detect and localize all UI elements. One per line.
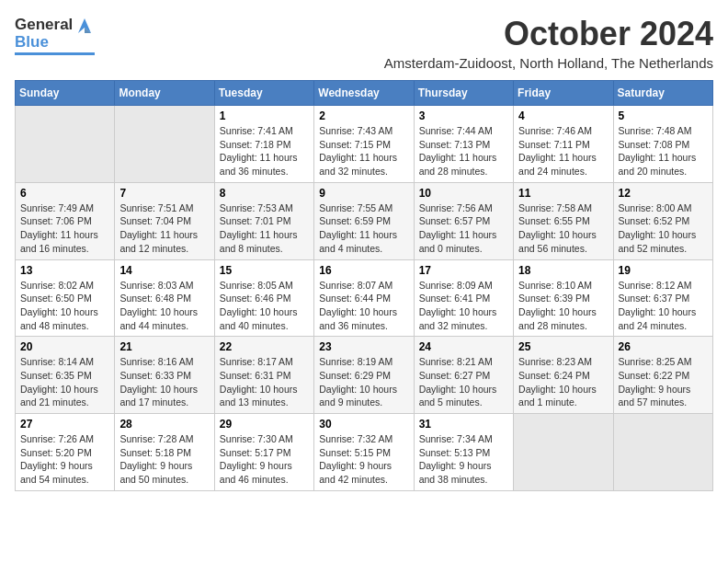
calendar-cell: 16Sunrise: 8:07 AM Sunset: 6:44 PM Dayli… (314, 259, 414, 337)
day-number: 24 (419, 340, 508, 353)
day-info: Sunrise: 8:05 AM Sunset: 6:46 PM Dayligh… (220, 279, 309, 333)
calendar-cell: 2Sunrise: 7:43 AM Sunset: 7:15 PM Daylig… (314, 106, 414, 183)
header-monday: Monday (115, 81, 214, 106)
day-number: 22 (220, 340, 309, 353)
header-sunday: Sunday (16, 81, 115, 106)
day-info: Sunrise: 7:34 AM Sunset: 5:13 PM Dayligh… (419, 432, 508, 487)
calendar-cell: 27Sunrise: 7:26 AM Sunset: 5:20 PM Dayli… (16, 414, 115, 491)
day-info: Sunrise: 8:12 AM Sunset: 6:37 PM Dayligh… (619, 279, 708, 333)
day-info: Sunrise: 8:14 AM Sunset: 6:35 PM Dayligh… (20, 355, 109, 409)
day-info: Sunrise: 7:51 AM Sunset: 7:04 PM Dayligh… (119, 201, 209, 256)
title-block: October 2024 Amsterdam-Zuidoost, North H… (384, 15, 713, 71)
day-info: Sunrise: 8:10 AM Sunset: 6:39 PM Dayligh… (518, 279, 608, 333)
calendar-cell: 25Sunrise: 8:23 AM Sunset: 6:24 PM Dayli… (514, 337, 613, 414)
calendar-cell: 23Sunrise: 8:19 AM Sunset: 6:29 PM Dayli… (314, 337, 414, 414)
day-info: Sunrise: 8:07 AM Sunset: 6:44 PM Dayligh… (319, 279, 408, 333)
calendar-cell: 22Sunrise: 8:17 AM Sunset: 6:31 PM Dayli… (214, 337, 313, 414)
day-info: Sunrise: 7:55 AM Sunset: 6:59 PM Dayligh… (319, 201, 408, 256)
day-info: Sunrise: 7:58 AM Sunset: 6:55 PM Dayligh… (518, 201, 608, 256)
calendar-cell: 10Sunrise: 7:56 AM Sunset: 6:57 PM Dayli… (414, 182, 513, 259)
day-info: Sunrise: 8:25 AM Sunset: 6:22 PM Dayligh… (619, 355, 708, 409)
day-number: 4 (518, 109, 608, 122)
day-number: 20 (20, 340, 109, 353)
calendar-week-1: 1Sunrise: 7:41 AM Sunset: 7:18 PM Daylig… (16, 106, 713, 183)
day-info: Sunrise: 8:21 AM Sunset: 6:27 PM Dayligh… (419, 355, 508, 409)
calendar-cell: 8Sunrise: 7:53 AM Sunset: 7:01 PM Daylig… (214, 182, 313, 259)
calendar-cell: 29Sunrise: 7:30 AM Sunset: 5:17 PM Dayli… (214, 414, 313, 491)
day-info: Sunrise: 7:32 AM Sunset: 5:15 PM Dayligh… (319, 432, 408, 487)
header-saturday: Saturday (613, 81, 712, 106)
day-info: Sunrise: 7:49 AM Sunset: 7:06 PM Dayligh… (20, 201, 109, 256)
day-info: Sunrise: 8:23 AM Sunset: 6:24 PM Dayligh… (518, 355, 608, 409)
day-info: Sunrise: 7:28 AM Sunset: 5:18 PM Dayligh… (119, 432, 209, 487)
calendar-cell: 3Sunrise: 7:44 AM Sunset: 7:13 PM Daylig… (414, 106, 513, 183)
day-number: 5 (619, 109, 708, 122)
calendar-cell (613, 414, 712, 491)
calendar-week-5: 27Sunrise: 7:26 AM Sunset: 5:20 PM Dayli… (16, 414, 713, 491)
calendar-cell: 6Sunrise: 7:49 AM Sunset: 7:06 PM Daylig… (16, 182, 115, 259)
day-number: 16 (319, 264, 408, 277)
calendar-cell (514, 414, 613, 491)
calendar-week-2: 6Sunrise: 7:49 AM Sunset: 7:06 PM Daylig… (16, 182, 713, 259)
day-info: Sunrise: 7:46 AM Sunset: 7:11 PM Dayligh… (518, 124, 608, 178)
day-number: 6 (20, 187, 109, 200)
day-number: 12 (619, 187, 708, 200)
calendar-cell: 9Sunrise: 7:55 AM Sunset: 6:59 PM Daylig… (314, 182, 414, 259)
day-info: Sunrise: 8:03 AM Sunset: 6:48 PM Dayligh… (119, 279, 209, 333)
calendar-cell: 18Sunrise: 8:10 AM Sunset: 6:39 PM Dayli… (514, 259, 613, 337)
day-info: Sunrise: 7:56 AM Sunset: 6:57 PM Dayligh… (419, 201, 508, 256)
logo: General Blue (15, 15, 95, 55)
calendar-cell: 28Sunrise: 7:28 AM Sunset: 5:18 PM Dayli… (115, 414, 214, 491)
logo-bird-icon (74, 15, 95, 35)
calendar-cell: 5Sunrise: 7:48 AM Sunset: 7:08 PM Daylig… (613, 106, 712, 183)
calendar-cell: 20Sunrise: 8:14 AM Sunset: 6:35 PM Dayli… (16, 337, 115, 414)
day-info: Sunrise: 7:53 AM Sunset: 7:01 PM Dayligh… (220, 201, 309, 256)
day-number: 21 (119, 340, 209, 353)
header-thursday: Thursday (414, 81, 513, 106)
day-number: 10 (419, 187, 508, 200)
calendar-cell: 24Sunrise: 8:21 AM Sunset: 6:27 PM Dayli… (414, 337, 513, 414)
day-number: 25 (518, 340, 608, 353)
day-info: Sunrise: 8:09 AM Sunset: 6:41 PM Dayligh… (419, 279, 508, 333)
calendar-cell: 19Sunrise: 8:12 AM Sunset: 6:37 PM Dayli… (613, 259, 712, 337)
day-number: 9 (319, 187, 408, 200)
calendar-cell: 14Sunrise: 8:03 AM Sunset: 6:48 PM Dayli… (115, 259, 214, 337)
day-info: Sunrise: 7:44 AM Sunset: 7:13 PM Dayligh… (419, 124, 508, 178)
day-info: Sunrise: 7:30 AM Sunset: 5:17 PM Dayligh… (220, 432, 309, 487)
day-number: 19 (619, 264, 708, 277)
calendar-cell: 17Sunrise: 8:09 AM Sunset: 6:41 PM Dayli… (414, 259, 513, 337)
calendar-week-3: 13Sunrise: 8:02 AM Sunset: 6:50 PM Dayli… (16, 259, 713, 337)
day-number: 31 (419, 418, 508, 431)
calendar-cell: 1Sunrise: 7:41 AM Sunset: 7:18 PM Daylig… (214, 106, 313, 183)
calendar-table: SundayMondayTuesdayWednesdayThursdayFrid… (15, 80, 713, 491)
calendar-cell: 31Sunrise: 7:34 AM Sunset: 5:13 PM Dayli… (414, 414, 513, 491)
day-number: 11 (518, 187, 608, 200)
day-info: Sunrise: 7:48 AM Sunset: 7:08 PM Dayligh… (619, 124, 708, 178)
day-number: 8 (220, 187, 309, 200)
day-number: 14 (119, 264, 209, 277)
header-tuesday: Tuesday (214, 81, 313, 106)
logo-general: General (15, 16, 73, 34)
day-info: Sunrise: 8:02 AM Sunset: 6:50 PM Dayligh… (20, 279, 109, 333)
header-wednesday: Wednesday (314, 81, 414, 106)
day-number: 15 (220, 264, 309, 277)
calendar-cell: 30Sunrise: 7:32 AM Sunset: 5:15 PM Dayli… (314, 414, 414, 491)
logo-underline (15, 52, 95, 55)
day-number: 28 (119, 418, 209, 431)
day-number: 13 (20, 264, 109, 277)
day-number: 1 (220, 109, 309, 122)
day-info: Sunrise: 7:41 AM Sunset: 7:18 PM Dayligh… (220, 124, 309, 178)
day-number: 23 (319, 340, 408, 353)
calendar-cell: 26Sunrise: 8:25 AM Sunset: 6:22 PM Dayli… (613, 337, 712, 414)
day-info: Sunrise: 7:43 AM Sunset: 7:15 PM Dayligh… (319, 124, 408, 178)
calendar-cell: 15Sunrise: 8:05 AM Sunset: 6:46 PM Dayli… (214, 259, 313, 337)
day-info: Sunrise: 8:00 AM Sunset: 6:52 PM Dayligh… (619, 201, 708, 256)
calendar-cell: 12Sunrise: 8:00 AM Sunset: 6:52 PM Dayli… (613, 182, 712, 259)
calendar-cell (16, 106, 115, 183)
day-info: Sunrise: 8:17 AM Sunset: 6:31 PM Dayligh… (220, 355, 309, 409)
calendar-cell: 4Sunrise: 7:46 AM Sunset: 7:11 PM Daylig… (514, 106, 613, 183)
header-friday: Friday (514, 81, 613, 106)
calendar-cell (115, 106, 214, 183)
day-number: 30 (319, 418, 408, 431)
day-number: 26 (619, 340, 708, 353)
